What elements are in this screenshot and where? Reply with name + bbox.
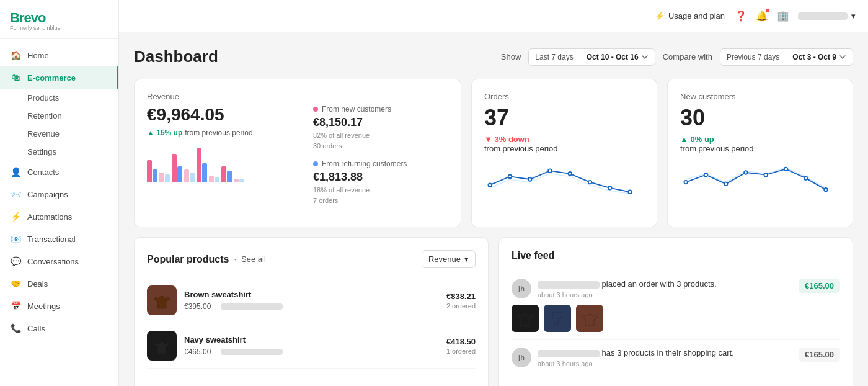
new-customers-chart <box>680 161 840 198</box>
sidebar-item-label: Contacts <box>27 168 59 177</box>
sidebar-item-label: E-commerce <box>27 73 76 83</box>
product-item: Brown sweatshirt €395.00 · €838.21 2 ord… <box>147 278 476 323</box>
feed-amount-badge: €165.00 <box>799 348 840 362</box>
revenue-amount: €9,964.05 <box>147 105 293 125</box>
help-icon[interactable]: ❓ <box>735 10 747 22</box>
feed-user-blurred <box>538 350 600 357</box>
shirt-icon <box>516 310 534 327</box>
compare-selector[interactable]: Previous 7 days Oct 3 - Oct 9 <box>720 48 853 66</box>
period-selector[interactable]: Last 7 days Oct 10 - Oct 16 <box>528 48 655 66</box>
account-icon[interactable]: 🏢 <box>777 10 789 22</box>
revenue-card-title: Revenue <box>147 92 448 101</box>
product-info: Brown sweatshirt €395.00 · <box>184 290 439 311</box>
sidebar-item-label: Home <box>27 51 49 60</box>
deals-icon: 🤝 <box>10 278 21 289</box>
product-meta: €465.00 · <box>184 347 439 356</box>
svg-point-8 <box>684 181 688 184</box>
notification-badge <box>765 8 770 13</box>
sidebar-item-calls[interactable]: 📞 Calls <box>0 317 118 339</box>
svg-point-4 <box>568 172 572 176</box>
see-all-link[interactable]: See all <box>241 254 266 264</box>
sidebar-nav: 🏠 Home 🛍 E-commerce Products Retention R… <box>0 39 118 386</box>
ecommerce-icon: 🛍 <box>10 72 21 83</box>
sidebar-item-ecommerce[interactable]: 🛍 E-commerce <box>0 66 118 89</box>
svg-point-9 <box>704 173 708 177</box>
product-revenue: €418.50 1 ordered <box>446 337 476 355</box>
trend-up-indicator: ▲ 15% up <box>147 128 182 137</box>
orders-trend: ▼ 3% down from previous period <box>484 135 644 153</box>
chevron-down-icon <box>839 53 846 61</box>
live-feed-card: Live feed jh placed an order with 3 prod… <box>498 237 853 386</box>
sweatshirt-icon <box>153 291 171 310</box>
home-icon: 🏠 <box>10 50 21 61</box>
sidebar-item-deals[interactable]: 🤝 Deals <box>0 272 118 295</box>
popular-products-card: Popular products · See all Revenue ▾ <box>134 237 489 386</box>
page-header: Dashboard Show Last 7 days Oct 10 - Oct … <box>134 47 853 66</box>
returning-customers-group: From returning customers €1,813.88 18% o… <box>313 159 448 205</box>
feed-avatar: jh <box>512 348 531 367</box>
feed-amount-badge: €165.00 <box>799 279 840 293</box>
new-customers-card: New customers 30 ▲ 0% up from previous p… <box>667 79 853 227</box>
sidebar-sub-settings[interactable]: Settings <box>0 143 118 161</box>
svg-point-5 <box>588 181 592 184</box>
sidebar-item-campaigns[interactable]: 📨 Campaigns <box>0 183 118 205</box>
product-name: Navy sweatshirt <box>184 335 439 344</box>
live-feed-title: Live feed <box>512 250 554 261</box>
orders-amount: 37 <box>484 105 644 131</box>
usage-plan-button[interactable]: ⚡ Usage and plan <box>655 11 725 20</box>
revenue-card: Revenue €9,964.05 ▲ 15% up from previous… <box>134 79 461 227</box>
sidebar-item-label: Meetings <box>27 302 60 311</box>
sidebar-item-automations[interactable]: ⚡ Automations <box>0 205 118 228</box>
product-item: Navy sweatshirt €465.00 · €418.50 1 orde… <box>147 323 476 369</box>
notification-icon[interactable]: 🔔 <box>756 10 768 22</box>
logo: Brevo Formerly sendinblue <box>0 0 118 39</box>
user-menu[interactable]: ▾ <box>798 11 856 20</box>
svg-point-1 <box>508 175 512 179</box>
revenue-card-body: €9,964.05 ▲ 15% up from previous period <box>147 105 448 214</box>
revenue-left: €9,964.05 ▲ 15% up from previous period <box>147 105 293 214</box>
sidebar-sub-retention[interactable]: Retention <box>0 107 118 125</box>
sidebar-item-conversations[interactable]: 💬 Conversations <box>0 250 118 272</box>
sidebar-sub-revenue[interactable]: Revenue <box>0 125 118 143</box>
sidebar-item-label: Transactional <box>27 235 76 244</box>
period-range: Oct 10 - Oct 16 <box>580 49 655 65</box>
logo-subtitle: Formerly sendinblue <box>10 25 108 31</box>
svg-point-10 <box>724 182 728 186</box>
revenue-bar-chart <box>147 145 293 182</box>
product-ordered: 1 ordered <box>446 348 476 355</box>
new-customers-amount: €8,150.17 <box>313 116 448 129</box>
chevron-down-icon <box>641 53 649 61</box>
svg-point-0 <box>488 183 492 187</box>
new-customers-card-amount: 30 <box>680 105 840 131</box>
sidebar-item-label: Conversations <box>27 257 79 266</box>
compare-label: Compare with <box>663 52 712 61</box>
feed-text: placed an order with 3 products. <box>538 279 717 290</box>
topbar: ⚡ Usage and plan ❓ 🔔 🏢 ▾ <box>119 0 868 32</box>
sidebar-item-label: Campaigns <box>27 190 68 199</box>
orders-card-title: Orders <box>484 92 644 101</box>
sidebar-item-transactional[interactable]: 📧 Transactional <box>0 228 118 250</box>
returning-customers-amount: €1,813.88 <box>313 171 448 184</box>
sidebar-item-meetings[interactable]: 📅 Meetings <box>0 295 118 317</box>
show-label: Show <box>501 52 521 61</box>
brown-shirt-icon <box>581 310 598 327</box>
svg-point-11 <box>744 171 748 174</box>
feed-content: placed an order with 3 products. about 3… <box>538 279 717 298</box>
product-name: Brown sweatshirt <box>184 290 439 299</box>
sidebar-sub-products[interactable]: Products <box>0 89 118 107</box>
product-thumb-pants <box>544 305 571 332</box>
sidebar-item-contacts[interactable]: 👤 Contacts <box>0 161 118 183</box>
sidebar: Brevo Formerly sendinblue 🏠 Home 🛍 E-com… <box>0 0 119 386</box>
revenue-filter-dropdown[interactable]: Revenue ▾ <box>422 250 476 268</box>
product-thumbnail <box>147 285 177 315</box>
returning-customers-detail: 18% of all revenue 7 orders <box>313 185 448 205</box>
trend-down-indicator: ▼ 3% down <box>484 135 644 144</box>
feed-item-left: jh placed an order with 3 products. abou… <box>512 279 717 298</box>
svg-point-2 <box>528 177 532 181</box>
contacts-icon: 👤 <box>10 166 21 177</box>
sidebar-item-home[interactable]: 🏠 Home <box>0 44 118 66</box>
logo-text: Brevo <box>10 10 108 26</box>
new-customers-line-chart <box>680 161 840 198</box>
product-thumb-shirt <box>512 305 539 332</box>
feed-item: jh placed an order with 3 products. abou… <box>512 271 840 340</box>
